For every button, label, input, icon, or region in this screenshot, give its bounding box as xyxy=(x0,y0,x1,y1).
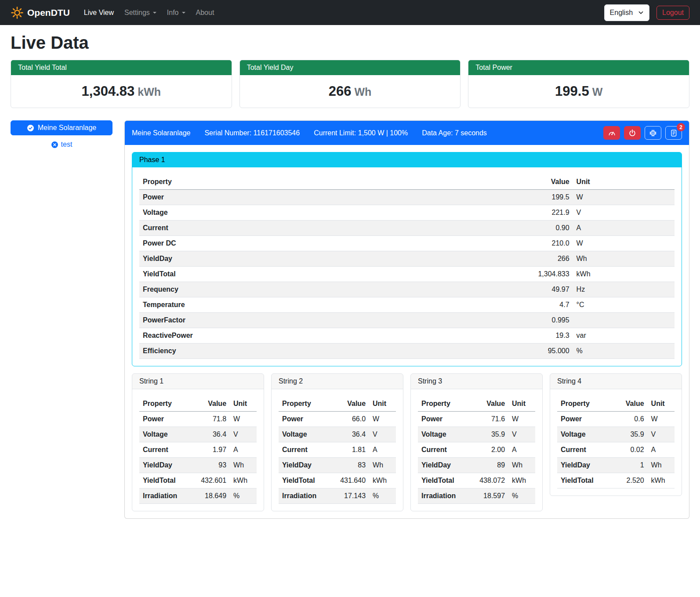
table-header-row: Property Value Unit xyxy=(279,396,396,412)
nav-live-view[interactable]: Live View xyxy=(79,5,119,20)
inverter-panel-body: Phase 1 Property Value Unit xyxy=(125,145,689,518)
value-cell: 2.00 xyxy=(476,442,508,458)
table-header-row: Property Value Unit xyxy=(418,396,535,412)
language-select[interactable]: English xyxy=(604,4,649,21)
table-row: Irradiation17.143% xyxy=(279,488,396,504)
property-cell: Voltage xyxy=(557,427,616,442)
nav-settings-dropdown[interactable]: Settings xyxy=(119,5,162,20)
table-row: Voltage35.9V xyxy=(418,427,535,442)
table-row: Frequency49.97Hz xyxy=(139,282,675,297)
phase-1-body: Property Value Unit Power199.5W Voltage2… xyxy=(132,167,682,366)
nav-about[interactable]: About xyxy=(191,5,220,20)
value-cell: 199.5 xyxy=(493,190,573,205)
cpu-icon xyxy=(649,129,657,137)
unit-cell: Hz xyxy=(573,282,675,297)
string-table: Property Value Unit Power66.0W Voltage36… xyxy=(279,396,396,504)
nav-links: Live View Settings Info About xyxy=(79,5,604,20)
nav-about-label: About xyxy=(196,9,214,17)
summary-cards-row: Total Yield Total 1,304.83kWh Total Yiel… xyxy=(11,60,689,108)
table-row: YieldTotal2.520kWh xyxy=(557,473,675,488)
device-info-button[interactable] xyxy=(645,126,661,140)
event-count-badge: 2 xyxy=(677,123,685,131)
value-cell: 17.143 xyxy=(337,488,369,504)
unit-cell: var xyxy=(573,328,675,344)
page-title: Live Data xyxy=(11,33,689,53)
value-cell: 431.640 xyxy=(337,473,369,488)
brand-link[interactable]: OpenDTU xyxy=(11,6,70,19)
unit-cell: kWh xyxy=(508,473,535,488)
table-row: Power71.6W xyxy=(418,412,535,427)
table-row: PowerFactor0.995 xyxy=(139,313,675,328)
value-cell: 1.81 xyxy=(337,442,369,458)
nav-live-view-label: Live View xyxy=(84,9,114,17)
unit-cell xyxy=(573,313,675,328)
content-row: Meine Solaranlage test Meine Solaranlage… xyxy=(11,120,689,519)
string-table: Property Value Unit Power71.6W Voltage35… xyxy=(418,396,535,504)
event-log-button[interactable]: 2 xyxy=(665,126,682,140)
property-header: Property xyxy=(139,396,197,412)
inverter-name: Meine Solaranlage xyxy=(132,129,190,137)
table-row: YieldDay83Wh xyxy=(279,458,396,473)
property-header: Property xyxy=(279,396,337,412)
nav-info-label: Info xyxy=(167,9,179,17)
value-cell: 221.9 xyxy=(493,205,573,221)
table-row: Temperature4.7°C xyxy=(139,297,675,313)
card-title: Total Yield Total xyxy=(11,60,232,75)
limit-settings-button[interactable] xyxy=(603,126,620,140)
inverter-serial: Serial Number: 116171603546 xyxy=(204,129,300,137)
inverter-panel: Meine Solaranlage Serial Number: 1161716… xyxy=(124,120,689,519)
inverter-select-button[interactable]: Meine Solaranlage xyxy=(11,120,112,135)
unit-cell: W xyxy=(573,190,675,205)
property-cell: Current xyxy=(139,442,197,458)
value-header: Value xyxy=(197,396,230,412)
property-cell: YieldTotal xyxy=(557,473,616,488)
sun-logo-icon xyxy=(11,6,24,19)
value-cell: 2.520 xyxy=(616,473,648,488)
table-row: Power DC210.0W xyxy=(139,236,675,251)
property-cell: YieldTotal xyxy=(139,473,197,488)
total-power-card: Total Power 199.5W xyxy=(468,60,689,108)
unit-cell: % xyxy=(508,488,535,504)
property-cell: Frequency xyxy=(139,282,493,297)
logout-button[interactable]: Logout xyxy=(656,6,689,20)
property-cell: YieldDay xyxy=(139,251,493,267)
property-cell: Current xyxy=(557,442,616,458)
string-2-body: Property Value Unit Power66.0W Voltage36… xyxy=(272,389,403,511)
unit-cell: W xyxy=(508,412,535,427)
table-row: YieldDay93Wh xyxy=(139,458,257,473)
table-row: YieldTotal431.640kWh xyxy=(279,473,396,488)
power-button[interactable] xyxy=(624,126,641,140)
unit-cell: Wh xyxy=(230,458,257,473)
value-cell: 0.995 xyxy=(493,313,573,328)
property-cell: Power xyxy=(418,412,476,427)
property-cell: Irradiation xyxy=(139,488,197,504)
property-cell: Current xyxy=(139,221,493,236)
property-header: Property xyxy=(557,396,616,412)
property-cell: ReactivePower xyxy=(139,328,493,344)
unit-cell: V xyxy=(369,427,396,442)
table-row: Efficiency95.000% xyxy=(139,344,675,359)
table-row: Irradiation18.597% xyxy=(418,488,535,504)
table-header-row: Property Value Unit xyxy=(139,174,675,190)
unit-cell: % xyxy=(573,344,675,359)
card-body: 1,304.83kWh xyxy=(11,75,232,108)
unit-cell: A xyxy=(648,442,675,458)
card-value: 199.5 xyxy=(555,83,589,99)
table-header-row: Property Value Unit xyxy=(557,396,675,412)
phase-1-card: Phase 1 Property Value Unit xyxy=(132,152,682,366)
inverter-item-test[interactable]: test xyxy=(11,141,112,148)
value-header: Value xyxy=(337,396,369,412)
table-row: YieldTotal1,304.833kWh xyxy=(139,267,675,282)
table-row: Current0.02A xyxy=(557,442,675,458)
card-body: 199.5W xyxy=(468,75,689,108)
value-cell: 0.90 xyxy=(493,221,573,236)
table-row: Voltage36.4V xyxy=(279,427,396,442)
total-yield-day-card: Total Yield Day 266Wh xyxy=(239,60,461,108)
unit-cell: Wh xyxy=(508,458,535,473)
unit-cell: Wh xyxy=(369,458,396,473)
nav-info-dropdown[interactable]: Info xyxy=(162,5,191,20)
table-row: Power199.5W xyxy=(139,190,675,205)
string-4-card: String 4 Property Value Unit xyxy=(550,373,682,496)
inverter-limit: Current Limit: 1,500 W | 100% xyxy=(314,129,408,137)
table-row: Power71.8W xyxy=(139,412,257,427)
